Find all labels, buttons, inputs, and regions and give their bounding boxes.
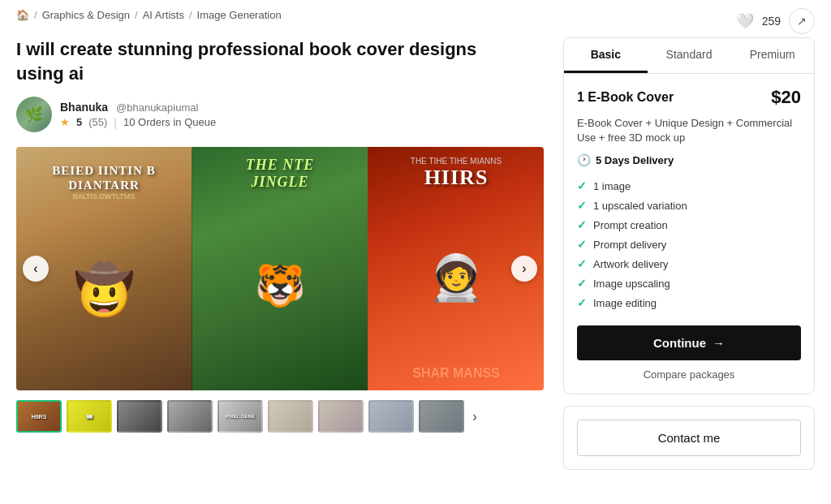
clock-icon: 🕐 [577, 153, 591, 166]
compare-packages-link[interactable]: Compare packages [577, 368, 801, 381]
thumbnail-5[interactable]: PIXEL GENE [217, 400, 263, 433]
review-count: (55) [88, 116, 107, 128]
feature-label-3: Prompt creation [593, 219, 668, 231]
tab-basic[interactable]: Basic [564, 38, 648, 73]
cover-1-title: BEIED IINTIN BDIANTARR [23, 163, 185, 192]
avatar: 🌿 [16, 97, 52, 132]
seller-info: Bhanuka @bhanukapiumal ★ 5 (55) | 10 Ord… [60, 101, 216, 129]
check-icon-1: ✓ [577, 179, 587, 192]
breadcrumb-link-ai-artists[interactable]: AI Artists [143, 9, 184, 21]
seller-row: 🌿 Bhanuka @bhanukapiumal ★ 5 (55) | 10 O… [16, 97, 544, 132]
breadcrumb-link-image-gen[interactable]: Image Generation [197, 9, 282, 21]
star-icon: ★ [60, 116, 70, 128]
package-price: $20 [771, 87, 801, 108]
tab-premium[interactable]: Premium [730, 38, 814, 73]
cover-3-figure: 🧑‍🚀 [375, 252, 537, 304]
cover-3-header: THE TIHE TIHE MIANNS [375, 157, 537, 166]
seller-rating: 5 [76, 116, 82, 128]
tab-standard[interactable]: Standard [648, 38, 731, 73]
meta-divider: | [114, 116, 117, 129]
feature-item: ✓ Prompt delivery [577, 235, 801, 254]
check-icon-7: ✓ [577, 296, 587, 309]
book-cover-2: THE NTEJingle 🐯 [192, 147, 368, 390]
seller-handle: @bhanukapiumal [116, 101, 198, 114]
feature-item: ✓ Prompt creation [577, 215, 801, 235]
home-icon[interactable]: 🏠 [16, 9, 29, 21]
check-icon-4: ✓ [577, 238, 587, 251]
like-button[interactable]: 🤍 [736, 12, 754, 30]
cover-3-title: HIIRS [375, 166, 537, 190]
thumbnail-8[interactable] [368, 400, 414, 433]
contact-card: Contact me [563, 406, 815, 470]
check-icon-3: ✓ [577, 218, 587, 231]
thumbnail-2[interactable]: 📖 [67, 400, 112, 433]
breadcrumb-link-graphics[interactable]: Graphics & Design [42, 9, 130, 21]
carousel-next-button[interactable]: › [511, 256, 537, 282]
check-icon-2: ✓ [577, 199, 587, 212]
breadcrumb-sep-1: / [34, 9, 37, 21]
delivery-days: 5 Days Delivery [596, 154, 674, 166]
cover-1-subtitle: BALTIS DWTLTMS [23, 192, 185, 200]
orders-queue: 10 Orders in Queue [123, 116, 216, 128]
feature-item: ✓ Image editing [577, 293, 801, 312]
image-carousel: BEIED IINTIN BDIANTARR BALTIS DWTLTMS 🤠 [16, 147, 544, 390]
pricing-tabs: Basic Standard Premium [564, 38, 814, 74]
thumbnail-6[interactable] [268, 400, 313, 433]
cover-2-figure: 🐯 [199, 262, 361, 309]
thumbnails-next-button[interactable]: › [469, 408, 480, 425]
continue-label: Continue [653, 336, 706, 350]
thumbnail-1[interactable]: HIIRS [16, 400, 62, 433]
check-icon-6: ✓ [577, 277, 587, 290]
feature-label-6: Image upscaling [593, 278, 670, 290]
gig-title: I will create stunning professional book… [16, 37, 487, 85]
cover-3-subtitle: SHAR MANSS [375, 366, 537, 381]
features-list: ✓ 1 image ✓ 1 upscaled variation ✓ Promp… [577, 176, 801, 312]
feature-item: ✓ 1 upscaled variation [577, 196, 801, 215]
pricing-card: Basic Standard Premium 1 E-Book Cover $2… [563, 37, 815, 394]
feature-item: ✓ Artwork delivery [577, 254, 801, 274]
feature-label-5: Artwork delivery [593, 258, 668, 270]
package-description: E-Book Cover + Unique Design + Commercia… [577, 116, 801, 145]
thumbnail-7[interactable] [318, 400, 364, 433]
thumbnail-strip: HIIRS 📖 PIXEL GENE › [16, 400, 544, 436]
package-name: 1 E-Book Cover [577, 90, 674, 105]
top-actions: 🤍 259 ↗ [736, 8, 815, 34]
arrow-icon: → [713, 336, 725, 350]
feature-label-7: Image editing [593, 297, 657, 309]
check-icon-5: ✓ [577, 257, 587, 270]
left-column: I will create stunning professional book… [16, 37, 544, 470]
breadcrumb-sep-2: / [135, 9, 138, 21]
thumbnail-4[interactable] [167, 400, 213, 433]
continue-button[interactable]: Continue → [577, 325, 801, 360]
cover-2-title: THE NTEJingle [199, 157, 361, 191]
share-button[interactable]: ↗ [789, 8, 815, 34]
feature-label-4: Prompt delivery [593, 239, 666, 251]
thumbnail-3[interactable] [117, 400, 162, 433]
seller-name: Bhanuka [60, 101, 108, 114]
feature-label-1: 1 image [593, 180, 631, 192]
like-count: 259 [762, 15, 781, 28]
breadcrumb-sep-3: / [189, 9, 192, 21]
right-column: Basic Standard Premium 1 E-Book Cover $2… [563, 37, 815, 470]
carousel-prev-button[interactable]: ‹ [23, 256, 49, 282]
breadcrumb: 🏠 / Graphics & Design / AI Artists / Ima… [16, 9, 282, 21]
thumbnail-9[interactable] [419, 400, 464, 433]
feature-item: ✓ Image upscaling [577, 274, 801, 293]
feature-item: ✓ 1 image [577, 176, 801, 196]
pricing-body: 1 E-Book Cover $20 E-Book Cover + Unique… [564, 74, 814, 394]
feature-label-2: 1 upscaled variation [593, 200, 687, 212]
contact-me-button[interactable]: Contact me [577, 420, 801, 456]
